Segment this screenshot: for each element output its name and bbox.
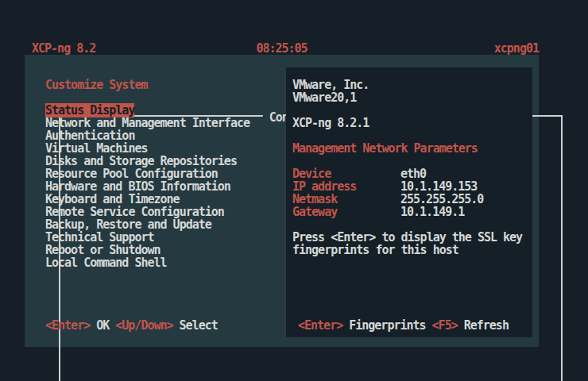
menu-item-keyboard-and-timezone[interactable]: Keyboard and Timezone (45, 193, 250, 206)
menu-item-technical-support[interactable]: Technical Support (45, 231, 250, 244)
param-label: IP address (292, 180, 400, 193)
param-value: 10.1.149.153 (400, 180, 477, 193)
param-row-device: Device eth0 (292, 167, 531, 180)
menu-item-local-command-shell[interactable]: Local Command Shell (45, 256, 250, 269)
version-label: XCP-ng 8.2.1 (292, 117, 531, 129)
menu-item-backup-restore-and-update[interactable]: Backup, Restore and Update (45, 218, 250, 231)
ssl-note-line-2: fingerprints for this host (292, 244, 531, 256)
help-key-f5: <F5> (432, 318, 458, 333)
model-label: VMware20,1 (292, 91, 531, 104)
menu-item-authentication[interactable]: Authentication (45, 129, 250, 142)
menu-heading: Customize System (45, 79, 250, 91)
spacer (292, 155, 531, 167)
spacer (45, 91, 250, 104)
param-value: 255.255.255.0 (400, 193, 483, 206)
param-value: 10.1.149.1 (400, 206, 464, 218)
menu-item-disks-and-storage-repositories[interactable]: Disks and Storage Repositories (45, 155, 250, 167)
clock: 08:25:05 (25, 42, 539, 55)
help-label-ok: OK (96, 318, 109, 333)
spacer (292, 129, 531, 142)
help-key-enter: <Enter> (45, 318, 90, 333)
menu-item-remote-service-configuration[interactable]: Remote Service Configuration (45, 206, 250, 218)
spacer (292, 218, 531, 231)
main-menu: Customize System Status Display Network … (45, 79, 250, 269)
menu-item-network-and-management-interface[interactable]: Network and Management Interface (45, 117, 250, 129)
menu-item-resource-pool-configuration[interactable]: Resource Pool Configuration (45, 167, 250, 180)
menu-item-virtual-machines[interactable]: Virtual Machines (45, 142, 250, 155)
menu-item-label: Local Command Shell (45, 256, 167, 270)
hostname-label: xcpng01 (494, 42, 539, 55)
vendor-label: VMware, Inc. (292, 79, 531, 91)
spacer (292, 104, 531, 117)
detail-panel-content: VMware, Inc. VMware20,1 XCP-ng 8.2.1 Man… (292, 79, 531, 256)
help-key-updown: <Up/Down> (115, 318, 172, 333)
param-label: Device (292, 167, 400, 180)
menu-help-line: <Enter>OK<Up/Down>Select (45, 319, 224, 332)
menu-item-status-display[interactable]: Status Display (45, 104, 250, 117)
help-label-select: Select (180, 318, 218, 333)
network-parameters-heading: Management Network Parameters (292, 142, 531, 155)
param-row-ip-address: IP address 10.1.149.153 (292, 180, 531, 193)
param-label: Netmask (292, 193, 400, 206)
ssl-note-line-1: Press <Enter> to display the SSL key (292, 231, 531, 244)
help-label-fingerprints: Fingerprints (349, 318, 425, 333)
param-value: eth0 (400, 167, 426, 180)
menu-item-reboot-or-shutdown[interactable]: Reboot or Shutdown (45, 244, 250, 256)
param-label: Gateway (292, 206, 400, 218)
param-row-gateway: Gateway 10.1.149.1 (292, 206, 531, 218)
menu-item-hardware-and-bios-information[interactable]: Hardware and BIOS Information (45, 180, 250, 193)
panel-help-line: <Enter>Fingerprints<F5>Refresh (298, 319, 515, 332)
param-row-netmask: Netmask 255.255.255.0 (292, 193, 531, 206)
help-label-refresh: Refresh (464, 318, 509, 333)
help-key-enter: <Enter> (298, 318, 342, 333)
